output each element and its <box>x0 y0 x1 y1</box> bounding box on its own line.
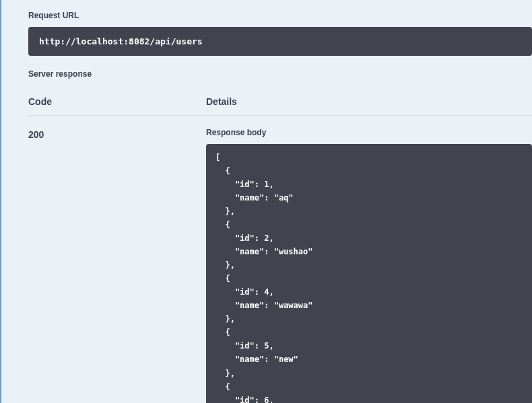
response-row: 200 Response body [ { "id": 1, "name": "… <box>28 128 532 403</box>
details-column: Response body [ { "id": 1, "name": "aq" … <box>206 128 532 403</box>
header-code-label: Code <box>28 96 206 107</box>
status-code: 200 <box>28 128 206 140</box>
request-url-label: Request URL <box>28 11 532 20</box>
request-url-box[interactable]: http://localhost:8082/api/users <box>28 27 532 56</box>
response-body-content[interactable]: [ { "id": 1, "name": "aq" }, { "id": 2, … <box>206 144 532 403</box>
inner-content: Request URL http://localhost:8082/api/us… <box>1 0 532 403</box>
response-panel: Request URL http://localhost:8082/api/us… <box>0 0 532 403</box>
response-header-row: Code Details <box>28 96 532 116</box>
server-response-label: Server response <box>28 69 532 79</box>
response-body-label: Response body <box>206 128 532 137</box>
header-details-label: Details <box>206 96 237 107</box>
